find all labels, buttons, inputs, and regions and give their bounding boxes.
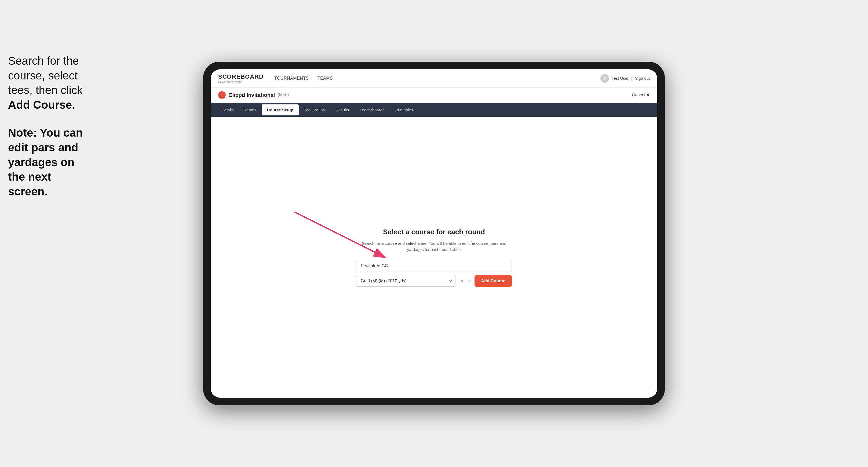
- user-avatar: T: [600, 74, 609, 83]
- nav-teams[interactable]: TEAMS: [317, 75, 333, 82]
- course-section: Select a course for each round Search fo…: [356, 228, 512, 287]
- tab-leaderboards[interactable]: Leaderboards: [354, 104, 390, 116]
- tab-teams[interactable]: Teams: [239, 104, 262, 116]
- tee-select-row: Gold (M) (M) (7010 yds) ✕ ⇅ Add Course: [356, 275, 512, 287]
- section-title: Select a course for each round: [356, 228, 512, 236]
- tournament-header: C Clippd Invitational (Men) Cancel ✕: [211, 88, 657, 103]
- main-content: Select a course for each round Search fo…: [211, 117, 657, 398]
- tournament-icon: C: [218, 91, 226, 99]
- nav-separator: |: [631, 76, 632, 81]
- course-search-input[interactable]: [356, 260, 512, 272]
- tab-printables[interactable]: Printables: [390, 104, 419, 116]
- user-label: Test User: [612, 76, 628, 81]
- annotation-text: Search for the course, select tees, then…: [8, 54, 86, 199]
- logo-text: SCOREBOARD: [218, 73, 264, 80]
- nav-tournaments[interactable]: TOURNAMENTS: [274, 75, 309, 82]
- tee-clear-icon[interactable]: ✕: [459, 277, 465, 285]
- annotation-line1: Search for the course, select tees, then…: [8, 55, 83, 96]
- tournament-gender: (Men): [278, 93, 289, 97]
- tablet-shell: SCOREBOARD Powered by clippd TOURNAMENTS…: [203, 62, 665, 405]
- nav-links: TOURNAMENTS TEAMS: [274, 75, 600, 82]
- tee-arrows-icon: ⇅: [468, 279, 471, 283]
- tournament-title: C Clippd Invitational (Men): [218, 91, 289, 99]
- tab-details[interactable]: Details: [216, 104, 239, 116]
- tablet-screen: SCOREBOARD Powered by clippd TOURNAMENTS…: [211, 69, 657, 398]
- user-area: T Test User | Sign out: [600, 74, 650, 83]
- tab-bar: Details Teams Course Setup Tee Groups Re…: [211, 103, 657, 117]
- tab-course-setup[interactable]: Course Setup: [262, 104, 299, 116]
- top-nav: SCOREBOARD Powered by clippd TOURNAMENTS…: [211, 69, 657, 88]
- signout-link[interactable]: Sign out: [635, 76, 650, 81]
- tab-tee-groups[interactable]: Tee Groups: [299, 104, 331, 116]
- tournament-name: Clippd Invitational: [228, 92, 275, 98]
- section-desc: Search for a course and select a tee. Yo…: [356, 241, 512, 253]
- add-course-button[interactable]: Add Course: [474, 275, 512, 287]
- cancel-button[interactable]: Cancel ✕: [632, 93, 650, 98]
- logo-sub: Powered by clippd: [218, 80, 264, 84]
- tee-select[interactable]: Gold (M) (M) (7010 yds): [356, 275, 456, 287]
- annotation-note: Note: You can edit pars and yardages on …: [8, 126, 86, 199]
- logo-area: SCOREBOARD Powered by clippd: [218, 73, 264, 84]
- tab-results[interactable]: Results: [330, 104, 354, 116]
- annotation-bold: Add Course.: [8, 98, 75, 111]
